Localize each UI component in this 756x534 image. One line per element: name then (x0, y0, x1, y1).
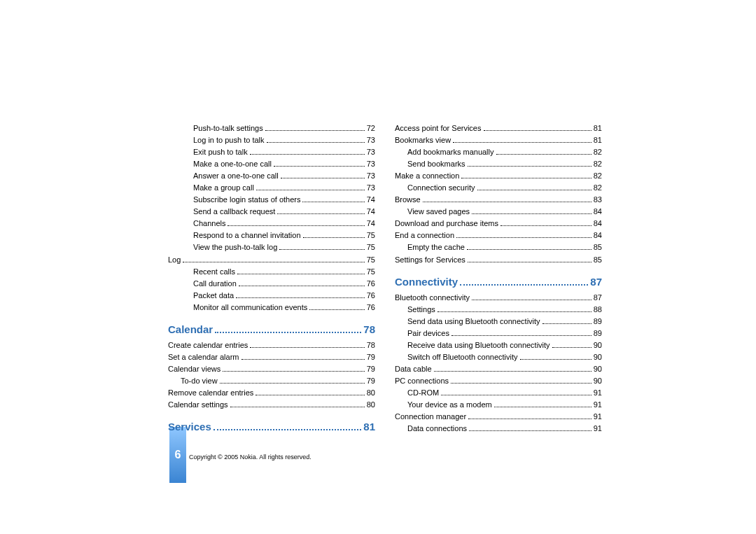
toc-entry-page: 76 (367, 302, 375, 314)
toc-leader-dots (469, 424, 592, 431)
toc-entry-label: Monitor all communication events (193, 302, 307, 314)
toc-entry-page: 82 (594, 182, 602, 194)
toc-entry: View saved pages84 (395, 206, 602, 218)
toc-entry-label: Log (168, 254, 181, 266)
toc-entry: Answer a one-to-one call73 (168, 170, 375, 182)
toc-leader-dots (236, 291, 365, 298)
toc-entry-page: 88 (594, 304, 602, 316)
toc-columns: Push-to-talk settings72Log in to push to… (168, 122, 602, 437)
toc-entry-page: 84 (594, 218, 602, 230)
toc-entry-label: To-do view (181, 375, 218, 387)
toc-leader-dots (453, 136, 592, 143)
toc-entry-label: Connection manager (395, 411, 466, 423)
toc-entry-page: 82 (594, 158, 602, 170)
toc-entry-label: PC connections (395, 375, 449, 387)
toc-entry: Call duration76 (168, 278, 375, 290)
toc-entry-page: 85 (594, 254, 602, 266)
toc-entry-label: Exit push to talk (193, 146, 248, 158)
toc-leader-dots (494, 400, 592, 407)
toc-section-page: 81 (363, 421, 375, 433)
toc-entry-page: 73 (367, 170, 375, 182)
toc-leader-dots (467, 244, 592, 251)
toc-leader-dots (256, 183, 365, 190)
toc-entry-page: 73 (367, 182, 375, 194)
toc-entry-label: Download and purchase items (395, 218, 498, 230)
toc-entry: View the push-to-talk log75 (168, 241, 375, 253)
toc-leader-dots (230, 400, 365, 407)
toc-entry-page: 91 (594, 399, 602, 411)
toc-leader-dots (267, 136, 365, 143)
toc-leader-dots (460, 276, 588, 285)
toc-entry: Data connections91 (395, 423, 602, 435)
toc-entry-page: 82 (594, 170, 602, 182)
toc-entry: Empty the cache85 (395, 241, 602, 253)
toc-leader-dots (274, 160, 365, 167)
toc-entry: Settings88 (395, 304, 602, 316)
toc-entry-page: 80 (367, 387, 375, 399)
toc-entry-label: Calendar views (168, 363, 220, 375)
toc-entry-page: 87 (594, 292, 602, 304)
toc-entry-label: View the push-to-talk log (193, 241, 277, 253)
toc-entry-page: 74 (367, 194, 375, 206)
toc-entry-label: Your device as a modem (407, 399, 492, 411)
toc-section-heading: Calendar78 (168, 323, 375, 335)
toc-section-label: Services (168, 421, 211, 433)
toc-entry-page: 80 (367, 399, 375, 411)
toc-entry-page: 78 (367, 339, 375, 351)
toc-entry-label: Create calendar entries (168, 339, 248, 351)
toc-entry-label: Remove calendar entries (168, 387, 253, 399)
toc-leader-dots (552, 341, 592, 348)
toc-section-label: Connectivity (395, 276, 458, 288)
toc-leader-dots (451, 377, 592, 384)
toc-leader-dots (277, 208, 364, 215)
toc-left-column: Push-to-talk settings72Log in to push to… (168, 122, 375, 437)
toc-entry-label: Send bookmarks (407, 158, 465, 170)
toc-leader-dots (451, 329, 592, 336)
toc-leader-dots (215, 324, 361, 333)
toc-entry: Monitor all communication events76 (168, 302, 375, 314)
toc-leader-dots (472, 293, 592, 300)
toc-entry-page: 79 (367, 375, 375, 387)
toc-entry: Browse83 (395, 194, 602, 206)
toc-leader-dots (423, 195, 592, 202)
toc-entry: Recent calls75 (168, 266, 375, 278)
toc-entry: Receive data using Bluetooth connectivit… (395, 339, 602, 351)
toc-leader-dots (302, 195, 364, 202)
toc-entry: Channels74 (168, 218, 375, 230)
toc-entry-page: 79 (367, 351, 375, 363)
toc-entry: Calendar settings80 (168, 399, 375, 411)
toc-entry-label: Push-to-talk settings (193, 122, 263, 134)
toc-entry-page: 81 (594, 122, 602, 134)
toc-entry: Switch off Bluetooth connectivity90 (395, 351, 602, 363)
toc-entry-label: Calendar settings (168, 399, 228, 411)
toc-entry-label: Answer a one-to-one call (193, 170, 279, 182)
toc-leader-dots (309, 303, 365, 310)
toc-entry-label: Log in to push to talk (193, 134, 265, 146)
toc-leader-dots (438, 305, 592, 312)
toc-leader-dots (255, 388, 364, 395)
toc-entry-page: 90 (594, 351, 602, 363)
toc-leader-dots (484, 124, 592, 131)
toc-page: Push-to-talk settings72Log in to push to… (168, 122, 602, 461)
toc-leader-dots (303, 232, 365, 239)
toc-entry: Download and purchase items84 (395, 218, 602, 230)
toc-entry: Access point for Services81 (395, 122, 602, 134)
toc-entry-page: 84 (594, 230, 602, 241)
toc-entry: Packet data76 (168, 290, 375, 302)
toc-entry-label: Add bookmarks manually (407, 146, 494, 158)
toc-entry-page: 91 (594, 411, 602, 423)
toc-leader-dots (223, 365, 365, 372)
toc-leader-dots (250, 148, 365, 155)
toc-entry-page: 91 (594, 387, 602, 399)
toc-entry-label: Settings for Services (395, 254, 465, 266)
toc-entry: PC connections90 (395, 375, 602, 387)
toc-section-heading: Services81 (168, 421, 375, 433)
toc-leader-dots (241, 353, 365, 360)
toc-entry-page: 74 (367, 218, 375, 230)
toc-entry: Calendar views79 (168, 363, 375, 375)
toc-entry-label: Data connections (407, 423, 467, 435)
toc-entry-label: Data cable (395, 363, 432, 375)
toc-entry-label: Access point for Services (395, 122, 482, 134)
toc-entry: Send bookmarks82 (395, 158, 602, 170)
toc-entry-label: Receive data using Bluetooth connectivit… (407, 339, 550, 351)
